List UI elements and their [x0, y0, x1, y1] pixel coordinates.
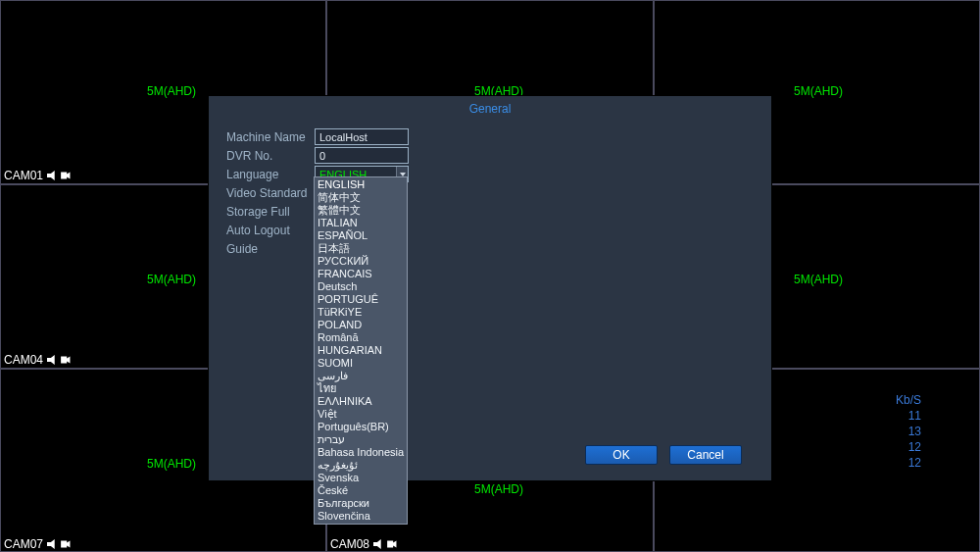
machine-name-label: Machine Name: [226, 130, 315, 144]
cam-label-1: CAM01: [4, 169, 71, 182]
lang-option[interactable]: FRANCAIS: [315, 268, 407, 280]
bitrate-value: 12: [896, 455, 921, 471]
record-icon: [60, 171, 71, 180]
ahd-label: 5M(AHD): [794, 273, 843, 286]
language-label: Language: [226, 168, 315, 181]
lang-option[interactable]: Português(BR): [315, 421, 407, 433]
record-icon: [60, 539, 71, 549]
lang-option[interactable]: Bahasa Indonesia: [315, 446, 407, 459]
cam-label-text: CAM07: [4, 537, 43, 551]
bitrate-value: 13: [896, 424, 921, 439]
machine-name-input[interactable]: [315, 128, 409, 145]
cam-label-8: CAM08: [330, 537, 397, 551]
lang-option[interactable]: 日本語: [315, 242, 407, 255]
speaker-icon: [373, 539, 384, 549]
cancel-button[interactable]: Cancel: [669, 445, 742, 465]
lang-option[interactable]: ΕΛΛΗΝΙΚΑ: [315, 395, 407, 408]
general-dialog: General Machine Name DVR No. Language EN…: [208, 95, 772, 481]
lang-option[interactable]: České: [315, 484, 407, 497]
ok-button[interactable]: OK: [585, 445, 658, 465]
bitrate-value: 11: [896, 408, 921, 424]
cam-label-text: CAM08: [330, 537, 369, 551]
cam-label-7: CAM07: [4, 537, 71, 551]
lang-option[interactable]: 简体中文: [315, 191, 407, 204]
dialog-title: General: [209, 96, 771, 120]
lang-option[interactable]: ESPAÑOL: [315, 229, 407, 242]
lang-option[interactable]: Română: [315, 331, 407, 344]
lang-option[interactable]: PORTUGUÊ: [315, 293, 407, 306]
settings-form: Machine Name DVR No. Language ENGLISH Vi…: [209, 120, 771, 258]
lang-option[interactable]: 繁體中文: [315, 204, 407, 217]
lang-option[interactable]: ENGLISH: [315, 178, 407, 191]
record-icon: [386, 539, 397, 549]
auto-logout-label: Auto Logout: [226, 224, 315, 237]
lang-option[interactable]: HUNGARIAN: [315, 344, 407, 357]
guide-label: Guide: [226, 242, 315, 256]
lang-option[interactable]: ไทย: [315, 382, 407, 395]
lang-option[interactable]: Deutsch: [315, 280, 407, 293]
lang-option[interactable]: Slovenčina: [315, 510, 407, 523]
lang-option[interactable]: עברית: [315, 433, 407, 446]
storage-full-label: Storage Full: [226, 205, 315, 219]
lang-option[interactable]: Việt: [315, 408, 407, 421]
cam-label-4: CAM04: [4, 353, 71, 367]
bitrate-panel: Kb/S 11 13 12 12: [896, 392, 921, 471]
record-icon: [60, 355, 71, 365]
ahd-label: 5M(AHD): [794, 84, 843, 98]
language-dropdown[interactable]: ENGLISH 简体中文 繁體中文 ITALIAN ESPAÑOL 日本語 РУ…: [314, 176, 408, 525]
lang-option[interactable]: ITALIAN: [315, 217, 407, 229]
ahd-label: 5M(AHD): [474, 482, 523, 496]
speaker-icon: [47, 355, 58, 365]
lang-option[interactable]: SUOMI: [315, 357, 407, 370]
cam-label-text: CAM04: [4, 353, 43, 367]
bitrate-label: Kb/S: [896, 392, 921, 408]
speaker-icon: [47, 171, 58, 180]
lang-option[interactable]: РУССКИЙ: [315, 255, 407, 268]
ahd-label: 5M(AHD): [147, 84, 196, 98]
lang-option[interactable]: ئۇيغۇرچە: [315, 459, 407, 472]
lang-option[interactable]: TüRKiYE: [315, 306, 407, 319]
dvr-no-label: DVR No.: [226, 149, 315, 163]
cam-label-text: CAM01: [4, 169, 43, 182]
speaker-icon: [47, 539, 58, 549]
dvr-no-input[interactable]: [315, 147, 409, 164]
lang-option[interactable]: POLAND: [315, 319, 407, 331]
lang-option[interactable]: فارسی: [315, 370, 407, 382]
ahd-label: 5M(AHD): [147, 457, 196, 471]
ahd-label: 5M(AHD): [147, 273, 196, 286]
bitrate-value: 12: [896, 439, 921, 455]
video-standard-label: Video Standard: [226, 186, 315, 200]
lang-option[interactable]: Svenska: [315, 472, 407, 484]
lang-option[interactable]: Български: [315, 497, 407, 510]
